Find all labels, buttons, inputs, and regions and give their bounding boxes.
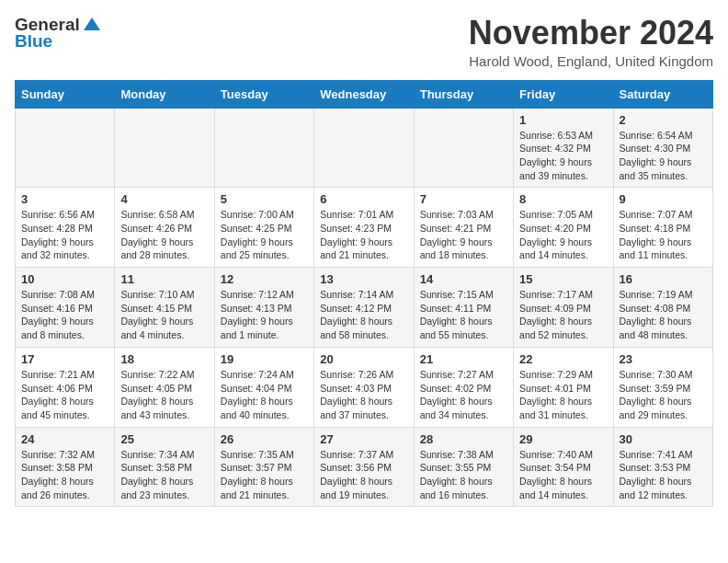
day-cell: 4Sunrise: 6:58 AM Sunset: 4:26 PM Daylig… — [115, 188, 214, 268]
day-info: Sunrise: 7:21 AM Sunset: 4:06 PM Dayligh… — [21, 368, 108, 422]
day-cell: 7Sunrise: 7:03 AM Sunset: 4:21 PM Daylig… — [414, 188, 513, 268]
day-cell: 29Sunrise: 7:40 AM Sunset: 3:54 PM Dayli… — [514, 427, 613, 507]
day-number: 26 — [221, 432, 308, 446]
day-cell: 14Sunrise: 7:15 AM Sunset: 4:11 PM Dayli… — [414, 268, 513, 348]
day-info: Sunrise: 7:38 AM Sunset: 3:55 PM Dayligh… — [420, 448, 507, 502]
header-friday: Friday — [514, 80, 613, 108]
day-number: 15 — [519, 272, 607, 286]
day-number: 13 — [320, 272, 407, 286]
header-wednesday: Wednesday — [314, 80, 414, 108]
day-cell: 20Sunrise: 7:26 AM Sunset: 4:03 PM Dayli… — [314, 347, 414, 427]
day-info: Sunrise: 7:12 AM Sunset: 4:13 PM Dayligh… — [221, 288, 308, 342]
day-cell: 24Sunrise: 7:32 AM Sunset: 3:58 PM Dayli… — [16, 427, 115, 507]
day-cell: 2Sunrise: 6:54 AM Sunset: 4:30 PM Daylig… — [613, 108, 712, 188]
day-number: 25 — [120, 432, 208, 446]
day-number: 18 — [120, 352, 208, 366]
day-number: 29 — [519, 432, 607, 446]
day-cell: 30Sunrise: 7:41 AM Sunset: 3:53 PM Dayli… — [613, 427, 712, 507]
week-row-3: 10Sunrise: 7:08 AM Sunset: 4:16 PM Dayli… — [16, 268, 713, 348]
day-cell — [214, 108, 313, 188]
day-info: Sunrise: 6:56 AM Sunset: 4:28 PM Dayligh… — [21, 208, 108, 262]
day-info: Sunrise: 7:29 AM Sunset: 4:01 PM Dayligh… — [519, 368, 607, 422]
day-number: 2 — [620, 113, 707, 127]
day-number: 3 — [21, 192, 108, 206]
day-number: 11 — [120, 272, 208, 286]
day-cell: 9Sunrise: 7:07 AM Sunset: 4:18 PM Daylig… — [613, 188, 712, 268]
day-info: Sunrise: 7:19 AM Sunset: 4:08 PM Dayligh… — [620, 288, 707, 342]
day-cell: 17Sunrise: 7:21 AM Sunset: 4:06 PM Dayli… — [16, 347, 115, 427]
day-info: Sunrise: 7:17 AM Sunset: 4:09 PM Dayligh… — [519, 288, 607, 342]
logo-blue: Blue — [15, 31, 52, 52]
day-info: Sunrise: 7:05 AM Sunset: 4:20 PM Dayligh… — [519, 208, 607, 262]
day-number: 14 — [420, 272, 507, 286]
week-row-5: 24Sunrise: 7:32 AM Sunset: 3:58 PM Dayli… — [16, 427, 713, 507]
day-number: 19 — [221, 352, 308, 366]
day-cell — [414, 108, 513, 188]
day-info: Sunrise: 7:07 AM Sunset: 4:18 PM Dayligh… — [620, 208, 707, 262]
day-cell: 13Sunrise: 7:14 AM Sunset: 4:12 PM Dayli… — [314, 268, 414, 348]
day-number: 28 — [420, 432, 507, 446]
day-number: 20 — [320, 352, 407, 366]
day-info: Sunrise: 7:00 AM Sunset: 4:25 PM Dayligh… — [221, 208, 308, 262]
week-row-4: 17Sunrise: 7:21 AM Sunset: 4:06 PM Dayli… — [16, 347, 713, 427]
day-number: 16 — [620, 272, 707, 286]
day-info: Sunrise: 7:26 AM Sunset: 4:03 PM Dayligh… — [320, 368, 407, 422]
day-cell: 18Sunrise: 7:22 AM Sunset: 4:05 PM Dayli… — [115, 347, 214, 427]
day-cell: 3Sunrise: 6:56 AM Sunset: 4:28 PM Daylig… — [16, 188, 115, 268]
day-number: 1 — [519, 113, 607, 127]
day-cell: 12Sunrise: 7:12 AM Sunset: 4:13 PM Dayli… — [214, 268, 313, 348]
day-info: Sunrise: 7:40 AM Sunset: 3:54 PM Dayligh… — [519, 448, 607, 502]
logo-icon — [82, 16, 102, 32]
location: Harold Wood, England, United Kingdom — [469, 53, 713, 69]
header-tuesday: Tuesday — [214, 80, 313, 108]
week-row-2: 3Sunrise: 6:56 AM Sunset: 4:28 PM Daylig… — [16, 188, 713, 268]
day-cell: 5Sunrise: 7:00 AM Sunset: 4:25 PM Daylig… — [214, 188, 313, 268]
day-number: 30 — [620, 432, 707, 446]
day-cell — [16, 108, 115, 188]
svg-marker-0 — [84, 17, 100, 30]
calendar-header: SundayMondayTuesdayWednesdayThursdayFrid… — [16, 80, 713, 108]
day-cell: 16Sunrise: 7:19 AM Sunset: 4:08 PM Dayli… — [613, 268, 712, 348]
day-cell: 8Sunrise: 7:05 AM Sunset: 4:20 PM Daylig… — [514, 188, 613, 268]
header-thursday: Thursday — [414, 80, 513, 108]
day-number: 21 — [420, 352, 507, 366]
day-info: Sunrise: 7:22 AM Sunset: 4:05 PM Dayligh… — [120, 368, 208, 422]
day-info: Sunrise: 7:24 AM Sunset: 4:04 PM Dayligh… — [221, 368, 308, 422]
day-info: Sunrise: 7:32 AM Sunset: 3:58 PM Dayligh… — [21, 448, 108, 502]
day-cell: 25Sunrise: 7:34 AM Sunset: 3:58 PM Dayli… — [115, 427, 214, 507]
day-info: Sunrise: 7:37 AM Sunset: 3:56 PM Dayligh… — [320, 448, 407, 502]
day-cell: 6Sunrise: 7:01 AM Sunset: 4:23 PM Daylig… — [314, 188, 414, 268]
day-info: Sunrise: 6:58 AM Sunset: 4:26 PM Dayligh… — [120, 208, 208, 262]
day-info: Sunrise: 7:35 AM Sunset: 3:57 PM Dayligh… — [221, 448, 308, 502]
day-cell: 11Sunrise: 7:10 AM Sunset: 4:15 PM Dayli… — [115, 268, 214, 348]
day-info: Sunrise: 7:01 AM Sunset: 4:23 PM Dayligh… — [320, 208, 407, 262]
day-cell: 22Sunrise: 7:29 AM Sunset: 4:01 PM Dayli… — [514, 347, 613, 427]
day-number: 17 — [21, 352, 108, 366]
day-cell — [115, 108, 214, 188]
title-area: November 2024 Harold Wood, England, Unit… — [469, 15, 713, 69]
logo: General Blue — [15, 15, 102, 52]
header: General Blue November 2024 Harold Wood, … — [15, 15, 713, 69]
header-monday: Monday — [115, 80, 214, 108]
day-info: Sunrise: 7:15 AM Sunset: 4:11 PM Dayligh… — [420, 288, 507, 342]
month-title: November 2024 — [469, 15, 713, 52]
day-number: 8 — [519, 192, 607, 206]
day-cell: 15Sunrise: 7:17 AM Sunset: 4:09 PM Dayli… — [514, 268, 613, 348]
day-number: 4 — [120, 192, 208, 206]
day-info: Sunrise: 7:14 AM Sunset: 4:12 PM Dayligh… — [320, 288, 407, 342]
day-number: 12 — [221, 272, 308, 286]
day-cell: 27Sunrise: 7:37 AM Sunset: 3:56 PM Dayli… — [314, 427, 414, 507]
day-info: Sunrise: 7:41 AM Sunset: 3:53 PM Dayligh… — [620, 448, 707, 502]
day-info: Sunrise: 7:34 AM Sunset: 3:58 PM Dayligh… — [120, 448, 208, 502]
day-cell: 10Sunrise: 7:08 AM Sunset: 4:16 PM Dayli… — [16, 268, 115, 348]
day-number: 22 — [519, 352, 607, 366]
day-cell — [314, 108, 414, 188]
header-saturday: Saturday — [613, 80, 712, 108]
day-info: Sunrise: 7:03 AM Sunset: 4:21 PM Dayligh… — [420, 208, 507, 262]
day-number: 24 — [21, 432, 108, 446]
day-info: Sunrise: 7:08 AM Sunset: 4:16 PM Dayligh… — [21, 288, 108, 342]
day-cell: 21Sunrise: 7:27 AM Sunset: 4:02 PM Dayli… — [414, 347, 513, 427]
day-info: Sunrise: 7:27 AM Sunset: 4:02 PM Dayligh… — [420, 368, 507, 422]
day-cell: 1Sunrise: 6:53 AM Sunset: 4:32 PM Daylig… — [514, 108, 613, 188]
calendar-table: SundayMondayTuesdayWednesdayThursdayFrid… — [15, 80, 713, 508]
